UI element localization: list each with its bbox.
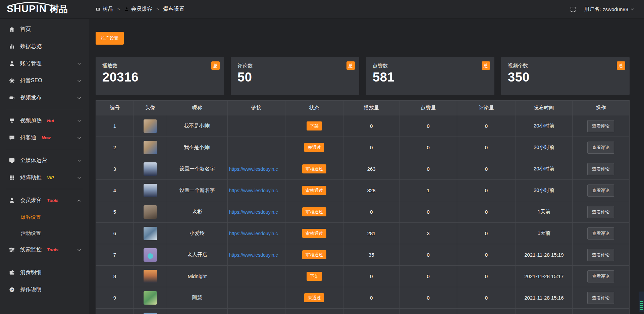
sidebar-subitem-爆客设置[interactable]: 爆客设置 (0, 209, 89, 225)
videos-table-wrap: 编号头像昵称链接状态播放量点赞量评论量发布时间操作 1 我不是小帅! 下架 0 … (96, 100, 630, 314)
sidebar-subitem-活动设置[interactable]: 活动设置 (0, 225, 89, 241)
sidebar-item-视频加热[interactable]: 视频加热 Hot (0, 112, 89, 129)
stat-card-视频个数: 视频个数 350 总 (501, 57, 630, 95)
chevron-down-icon (77, 248, 82, 252)
wallet-icon (9, 269, 15, 276)
cell-nickname: 小爱玲 (167, 223, 227, 244)
cell-link: https://www.iesdouyin.c (227, 201, 285, 223)
cell-avatar (133, 201, 167, 223)
floating-contact-widget[interactable] (639, 292, 644, 312)
sidebar-item-视频发布[interactable]: 视频发布 (0, 89, 89, 106)
fullscreen-icon[interactable] (570, 6, 576, 12)
widget-stripes-icon (640, 301, 643, 310)
breadcrumb-item: 爆客设置 (163, 6, 184, 13)
table-row: 3 设置一个新名字 https://www.iesdouyin.c 审核通过 2… (96, 158, 630, 180)
cell-time: 1天前 (516, 223, 573, 244)
video-link[interactable]: https://www.iesdouyin.c (229, 231, 284, 236)
sidebar-item-抖音SEO[interactable]: 抖音SEO (0, 72, 89, 89)
sidebar-item-全媒体运营[interactable]: 全媒体运营 (0, 152, 89, 169)
cell-status: 审核通过 (285, 201, 343, 223)
cell-action: 查看评论 (572, 158, 629, 180)
sidebar-item-抖客通[interactable]: 抖客通 New (0, 129, 89, 146)
cell-avatar (133, 244, 167, 266)
cell-nickname: 设置一个新名字 (167, 180, 227, 201)
status-badge: 审核通过 (302, 250, 326, 259)
cell-avatar (133, 287, 167, 309)
status-badge: 未通过 (304, 293, 324, 302)
table-row: 8 Midnight 下架 0 0 0 2021-11-28 15:17 查看评… (96, 266, 630, 287)
breadcrumb-item[interactable]: 会员爆客 (124, 6, 153, 13)
video-camera-icon (9, 95, 15, 101)
sidebar-divider (6, 261, 83, 261)
video-link[interactable]: https://www.iesdouyin.c (229, 166, 284, 172)
sidebar-item-label: 会员爆客 (20, 197, 42, 204)
view-comments-button[interactable]: 查看评论 (587, 185, 614, 197)
user-icon (9, 60, 15, 67)
sliders-icon (9, 247, 15, 253)
view-comments-button[interactable]: 查看评论 (587, 249, 614, 261)
cell-nickname: Midnight (167, 266, 227, 287)
video-link[interactable]: https://www.iesdouyin.c (229, 252, 284, 258)
sidebar-item-线索监控[interactable]: 线索监控 Tools (0, 241, 89, 258)
breadcrumb-label: 树品 (103, 6, 113, 13)
sidebar-item-矩阵助推[interactable]: 矩阵助推 VIP (0, 169, 89, 186)
chevron-down-icon (77, 61, 82, 66)
sidebar-item-label: 消费明细 (20, 269, 42, 276)
breadcrumb-label: 会员爆客 (131, 6, 153, 13)
video-link[interactable]: https://www.iesdouyin.c (229, 188, 284, 193)
breadcrumb: 树品 > 会员爆客 > 爆客设置 (89, 6, 184, 13)
sidebar-item-label: 视频加热 (20, 117, 42, 124)
cell-action: 查看评论 (572, 180, 629, 201)
cell-plays: 328 (343, 180, 399, 201)
sidebar-item-数据总览[interactable]: 数据总览 (0, 38, 89, 55)
sidebar-item-会员爆客[interactable]: 会员爆客 Tools (0, 192, 89, 209)
cell-status: 审核通过 (285, 158, 343, 180)
sidebar-divider (6, 109, 83, 109)
sidebar-item-label: 线索监控 (20, 246, 42, 253)
table-row (96, 309, 630, 314)
status-badge: 下架 (307, 121, 322, 130)
table-row: 5 老彬 https://www.iesdouyin.c 审核通过 0 0 0 … (96, 201, 630, 223)
user-menu[interactable]: 用户名: zswodun88 (584, 6, 635, 12)
sidebar-subitem-label: 爆客设置 (21, 214, 41, 220)
status-badge: 审核通过 (302, 229, 326, 238)
cell-avatar (133, 266, 167, 287)
cell-link: https://www.iesdouyin.c (227, 158, 285, 180)
cell-nickname: 我不是小帅! (167, 137, 227, 158)
sidebar-item-badge: Tools (47, 247, 58, 252)
column-header-状态: 状态 (285, 101, 343, 115)
promo-settings-button[interactable]: 推广设置 (96, 32, 124, 45)
gear-icon (9, 77, 15, 84)
view-comments-button[interactable]: 查看评论 (587, 206, 614, 218)
sidebar-item-消费明细[interactable]: 消费明细 (0, 264, 89, 281)
app-logo[interactable]: SHUPIN 树品 (0, 2, 89, 16)
username-value: zswodun88 (603, 6, 628, 12)
topbar-right: 用户名: zswodun88 (570, 6, 644, 12)
view-comments-button[interactable]: 查看评论 (587, 227, 614, 240)
avatar (144, 291, 157, 305)
sidebar-menu: 首页 数据总览 账号管理 抖音SEO 视频发布 视频加热 Hot (0, 21, 89, 298)
cell-time: 20小时前 (516, 158, 573, 180)
sidebar-item-账号管理[interactable]: 账号管理 (0, 55, 89, 72)
cell-action: 查看评论 (572, 115, 629, 137)
cell-time: 1天前 (516, 201, 573, 223)
cell-id: 5 (96, 201, 134, 223)
cell-nickname: 设置一个新名字 (167, 158, 227, 180)
sidebar-item-label: 矩阵助推 (20, 174, 42, 181)
view-comments-button[interactable]: 查看评论 (587, 142, 614, 154)
view-comments-button[interactable]: 查看评论 (587, 120, 614, 132)
view-comments-button[interactable]: 查看评论 (587, 270, 614, 282)
breadcrumb-item[interactable]: 树品 (96, 6, 113, 13)
view-comments-button[interactable]: 查看评论 (587, 163, 614, 175)
view-comments-button[interactable]: 查看评论 (587, 292, 614, 304)
chevron-down-icon (77, 78, 82, 83)
cell-link (227, 309, 285, 314)
cell-plays: 35 (343, 244, 399, 266)
cell-nickname (167, 309, 227, 314)
video-link[interactable]: https://www.iesdouyin.c (229, 209, 284, 215)
sidebar-item-操作说明[interactable]: ? 操作说明 (0, 281, 89, 298)
table-row: 9 阿慧 未通过 0 0 0 2021-11-28 15:16 查看评论 (96, 287, 630, 309)
sidebar-item-首页[interactable]: 首页 (0, 21, 89, 38)
cell-time: 20小时前 (516, 137, 573, 158)
cell-time: 2021-11-28 15:19 (516, 244, 573, 266)
